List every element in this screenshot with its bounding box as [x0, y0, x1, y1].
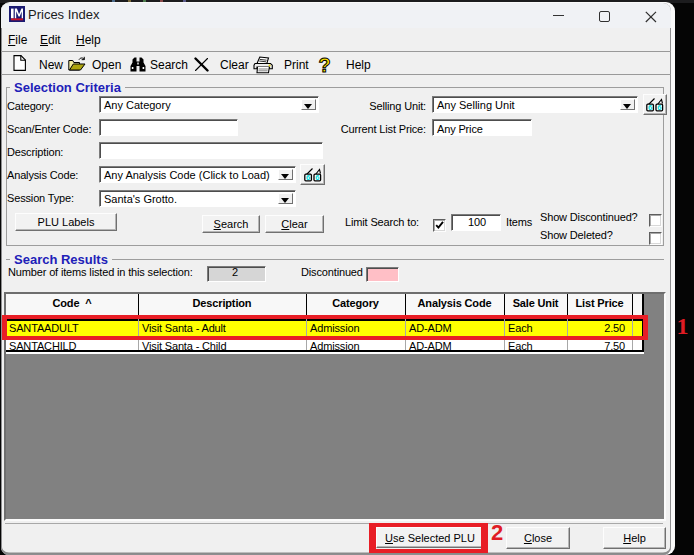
svg-text:6: 6 [648, 103, 652, 112]
svg-text:6: 6 [306, 173, 310, 182]
svg-text:6: 6 [657, 103, 661, 112]
svg-text:?: ? [318, 54, 330, 76]
svg-text:6: 6 [315, 173, 319, 182]
